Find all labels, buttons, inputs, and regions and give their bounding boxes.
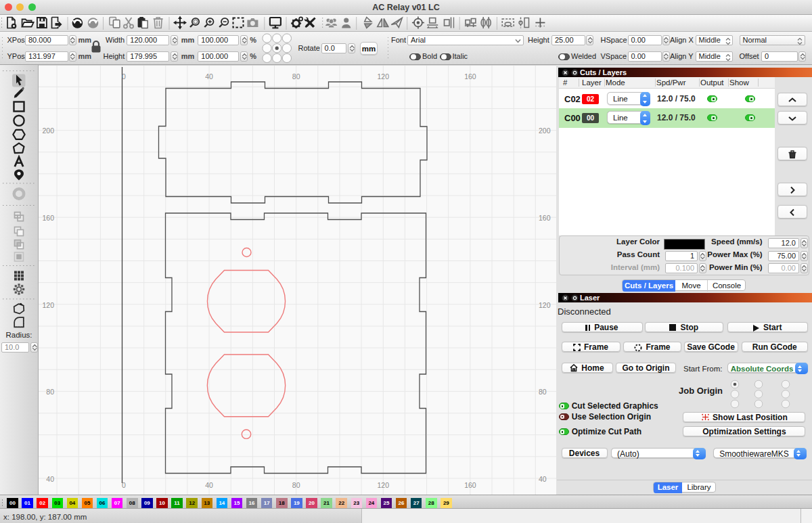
svg-text:120: 120 — [378, 72, 390, 81]
svg-text:40: 40 — [205, 481, 213, 489]
svg-text:Radius:: Radius: — [6, 331, 32, 339]
svg-text:80: 80 — [539, 388, 547, 396]
svg-text:160: 160 — [464, 72, 476, 81]
svg-text:0: 0 — [122, 481, 126, 489]
svg-text:200: 200 — [42, 127, 54, 135]
svg-text:120: 120 — [539, 301, 551, 309]
svg-text:120: 120 — [42, 301, 54, 309]
svg-text:120: 120 — [378, 481, 390, 489]
svg-text:0: 0 — [122, 72, 126, 81]
svg-text:40: 40 — [205, 72, 213, 81]
svg-text:160: 160 — [42, 214, 54, 222]
svg-text:80: 80 — [46, 388, 54, 396]
svg-text:40: 40 — [46, 475, 54, 483]
svg-text:80: 80 — [292, 481, 300, 489]
svg-text:80: 80 — [292, 72, 300, 81]
svg-text:160: 160 — [539, 214, 551, 222]
svg-text:200: 200 — [539, 127, 551, 135]
svg-text:160: 160 — [464, 481, 476, 489]
svg-text:40: 40 — [539, 475, 547, 483]
